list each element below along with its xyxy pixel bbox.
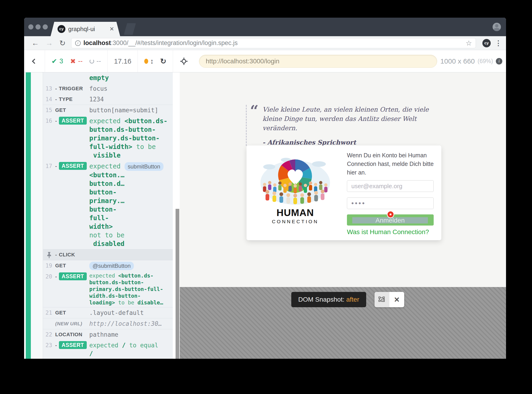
log-row[interactable]: 16-ASSERTexpected <button.ds- button.ds-…	[43, 116, 173, 161]
logo-title: HUMAN	[256, 207, 335, 218]
quote-mark-icon: “	[250, 105, 259, 116]
what-is-link[interactable]: Was ist Human Connection?	[347, 228, 429, 236]
run-controls: ↕ ↻	[138, 50, 173, 72]
pin-icon	[43, 251, 55, 259]
log-row-message: 1234	[89, 95, 173, 104]
log-row-method: GET	[55, 106, 89, 114]
log-row[interactable]: 17-ASSERTexpected submitButton <button.……	[43, 161, 173, 249]
logo-illustration-icon	[258, 155, 332, 208]
login-card: HUMAN CONNECTION Wenn Du ein Konto bei H…	[246, 145, 441, 240]
log-row[interactable]: 13-TRIGGERfocus	[43, 83, 173, 94]
log-row-method: GET	[55, 261, 89, 270]
log-row-number	[43, 73, 55, 82]
titlebar: cy graphql-ui ✕	[24, 18, 506, 36]
log-scrollbar-thumb[interactable]	[176, 209, 179, 359]
zoom-window-button[interactable]	[43, 24, 48, 30]
log-row-method: (NEW URL)	[55, 320, 89, 328]
viewport-size: 1000 x 660	[440, 57, 475, 65]
back-icon[interactable]: ←	[31, 39, 39, 47]
log-row-method: GET	[55, 309, 89, 317]
selector-playground-button[interactable]	[173, 50, 195, 72]
alias-pill[interactable]: @submitButton	[89, 262, 134, 270]
login-intro-text: Wenn Du ein Konto bei Human Connection h…	[347, 151, 434, 177]
test-passed-bar	[26, 73, 31, 359]
rerun-tests-icon[interactable]: ↻	[160, 57, 166, 66]
minimize-window-button[interactable]	[36, 24, 41, 30]
traffic-lights[interactable]	[28, 24, 48, 30]
log-row-number: 13	[43, 84, 55, 93]
browser-window: cy graphql-ui ✕ ← → ↻ i localhost:3000/_…	[24, 18, 506, 359]
log-row-message: button[name=submit]	[89, 106, 173, 114]
autoscroll-toggle[interactable]: ↕	[144, 57, 153, 65]
assert-badge: ASSERT	[59, 117, 87, 124]
back-to-tests-button[interactable]	[24, 50, 45, 72]
log-row-method: -TRIGGER	[55, 84, 89, 93]
log-row[interactable]: empty	[43, 73, 173, 83]
alias-pill[interactable]: submitButton	[124, 162, 164, 171]
reload-icon[interactable]: ↻	[59, 39, 66, 47]
log-row-number: 20	[43, 272, 55, 306]
password-field[interactable]	[347, 197, 434, 209]
profile-avatar-icon[interactable]	[493, 23, 501, 31]
url-path: :3000/__/#/tests/integration/login/login…	[111, 39, 237, 47]
url-host: localhost	[83, 39, 111, 47]
assert-badge: ASSERT	[59, 341, 87, 349]
viewport-info-icon[interactable]: i	[496, 58, 502, 64]
tab-close-icon[interactable]: ✕	[109, 26, 114, 32]
screenshot-stage: cy graphql-ui ✕ ← → ↻ i localhost:3000/_…	[0, 0, 532, 394]
log-row[interactable]: 22LOCATIONpathname	[43, 329, 173, 340]
cypress-toolbar: ✔3 ✖-- -- 17.16 ↕ ↻ http://localhost:300…	[24, 50, 506, 73]
log-row[interactable]: -CLICK	[43, 249, 173, 260]
log-row-message: http://localhost:30…	[89, 320, 173, 328]
log-row[interactable]: 19GET@submitButton	[43, 260, 173, 271]
aut-url-field[interactable]: http://localhost:3000/login	[199, 55, 437, 68]
log-row[interactable]: 14-TYPE1234	[43, 94, 173, 105]
page-info-icon[interactable]: i	[75, 40, 81, 46]
log-row-message: .layout-default	[89, 309, 173, 317]
close-snapshot-button[interactable]: ✕	[389, 292, 404, 307]
quote-attribution: - Afrikanisches Sprichwort	[262, 139, 443, 146]
forward-icon[interactable]: →	[46, 39, 53, 47]
quote-text: Viele kleine Leute, an vielen kleinen Or…	[262, 105, 439, 133]
log-row-number: 14	[43, 95, 55, 104]
command-log-rows: empty13-TRIGGERfocus14-TYPE123415GETbutt…	[43, 73, 173, 359]
close-window-button[interactable]	[28, 24, 33, 30]
log-row-message: focus	[89, 84, 173, 93]
log-row[interactable]: 20-ASSERTexpected <button.ds- button.ds-…	[43, 271, 173, 307]
passed-stat: ✔3	[51, 57, 63, 65]
dom-snapshot-message: DOM Snapshot: after	[291, 292, 366, 307]
browser-tab[interactable]: cy graphql-ui ✕	[51, 22, 120, 36]
log-scrollbar[interactable]	[173, 73, 180, 359]
test-stats: ✔3 ✖-- --	[45, 50, 107, 72]
log-row[interactable]: 21GET.layout-default	[43, 307, 173, 318]
viewport-info: 1000 x 660 (69%) i	[440, 50, 506, 72]
bookmark-star-icon[interactable]: ☆	[466, 39, 472, 47]
click-marker-icon	[388, 211, 394, 218]
cypress-extension-icon[interactable]: cy	[482, 39, 491, 47]
log-row-number: 15	[43, 106, 55, 114]
log-row-method: -ASSERT	[55, 117, 89, 160]
assert-badge: ASSERT	[59, 272, 87, 280]
viewport-zoom: (69%)	[477, 58, 493, 64]
login-form: Wenn Du ein Konto bei Human Connection h…	[347, 151, 434, 236]
new-tab-button[interactable]	[124, 23, 136, 35]
browser-menu-icon[interactable]: ⋮	[495, 39, 502, 47]
chevron-left-icon	[32, 58, 37, 64]
logo-subtitle: CONNECTION	[256, 219, 335, 224]
toggle-highlights-button[interactable]	[374, 292, 389, 307]
dom-snapshot-bar: DOM Snapshot: after	[291, 292, 404, 307]
command-log-panel: empty13-TRIGGERfocus14-TYPE123415GETbutt…	[24, 73, 180, 359]
url-input[interactable]: i localhost:3000/__/#/tests/integration/…	[71, 38, 476, 48]
log-row[interactable]: (NEW URL)http://localhost:30…	[43, 318, 173, 329]
log-row[interactable]: 23-ASSERTexpected / to equal /	[43, 340, 173, 359]
highlight-regions-icon	[378, 296, 386, 304]
aut-iframe: “ Viele kleine Leute, an vielen kleinen …	[180, 73, 506, 359]
log-row[interactable]: 15GETbutton[name=submit]	[43, 105, 173, 116]
log-row-message: empty	[89, 73, 173, 82]
updown-arrow-icon: ↕	[150, 57, 153, 65]
log-row-method: -TYPE	[55, 95, 89, 104]
log-row-method: -ASSERT	[55, 341, 89, 358]
email-field[interactable]	[347, 180, 434, 192]
submit-button[interactable]: Anmelden	[347, 214, 434, 226]
log-row-message: expected <button.ds- button.ds-button- p…	[89, 117, 173, 160]
